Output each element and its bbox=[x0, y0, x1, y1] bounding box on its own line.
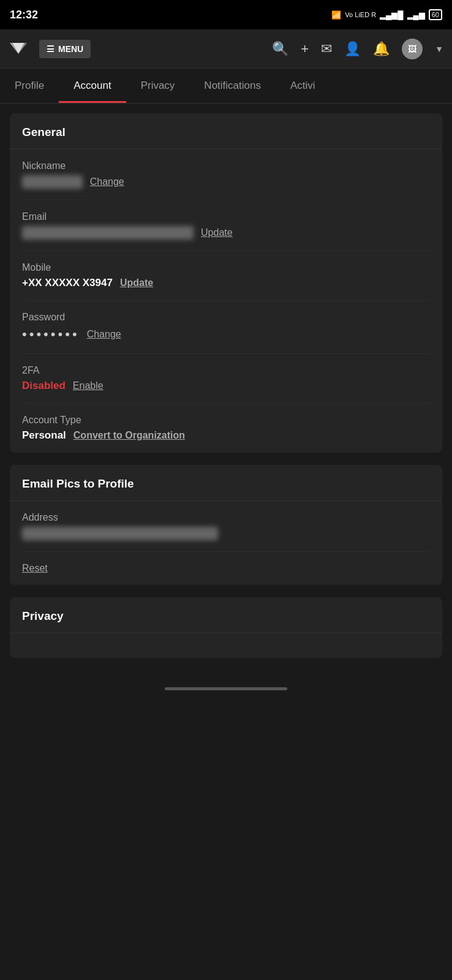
nickname-change-link[interactable]: Change bbox=[90, 176, 124, 187]
bell-icon[interactable]: 🔔 bbox=[373, 41, 390, 57]
email-pics-reset-field: Reset bbox=[22, 552, 430, 585]
mail-icon[interactable]: ✉ bbox=[321, 41, 332, 57]
general-section-header: General bbox=[10, 113, 442, 149]
password-field: Password •••••••• Change bbox=[22, 301, 430, 354]
convert-to-org-link[interactable]: Convert to Organization bbox=[73, 430, 185, 441]
email-update-link[interactable]: Update bbox=[201, 227, 233, 238]
email-label: Email bbox=[22, 211, 430, 222]
email-pics-address-blurred: ████████████████████████████████ bbox=[22, 527, 218, 540]
general-section: General Nickname ████████ Change Email █… bbox=[10, 113, 442, 453]
mobile-value: +XX XXXXX X3947 Update bbox=[22, 277, 430, 289]
email-pics-body: Address ████████████████████████████████… bbox=[10, 501, 442, 585]
email-value: ████████████████████████ Update bbox=[22, 226, 430, 239]
plus-icon[interactable]: + bbox=[301, 41, 309, 57]
hamburger-icon: ☰ bbox=[47, 44, 55, 54]
account-type-value: Personal Convert to Organization bbox=[22, 429, 430, 442]
main-content: General Nickname ████████ Change Email █… bbox=[0, 104, 452, 680]
nav-icons: 🔍 + ✉ 👤 🔔 🖼 ▼ bbox=[272, 39, 443, 59]
account-type-label: Account Type bbox=[22, 415, 430, 426]
tabs-container: Profile Account Privacy Notifications Ac… bbox=[0, 69, 452, 104]
email-pics-address-value: ████████████████████████████████ bbox=[22, 527, 430, 540]
wifi-icon: 📶 bbox=[331, 10, 341, 20]
tab-account[interactable]: Account bbox=[59, 69, 126, 103]
mobile-update-link[interactable]: Update bbox=[120, 277, 153, 288]
twofa-label: 2FA bbox=[22, 365, 430, 376]
twofa-status: Disabled bbox=[22, 380, 66, 392]
tab-activity[interactable]: Activi bbox=[276, 69, 330, 103]
home-indicator bbox=[0, 680, 452, 695]
chevron-down-icon[interactable]: ▼ bbox=[435, 44, 443, 54]
search-icon[interactable]: 🔍 bbox=[272, 41, 288, 57]
account-type-field: Account Type Personal Convert to Organiz… bbox=[22, 404, 430, 453]
email-pics-reset-link[interactable]: Reset bbox=[22, 563, 48, 574]
mobile-field: Mobile +XX XXXXX X3947 Update bbox=[22, 251, 430, 301]
avatar-image: 🖼 bbox=[408, 44, 416, 54]
nickname-label: Nickname bbox=[22, 160, 430, 172]
top-nav: ☰ MENU 🔍 + ✉ 👤 🔔 🖼 ▼ bbox=[0, 29, 452, 69]
nickname-blurred: ████████ bbox=[22, 175, 83, 189]
menu-label: MENU bbox=[58, 44, 83, 54]
signal-bars-icon: ▂▄▆█ bbox=[380, 10, 403, 20]
twofa-enable-link[interactable]: Enable bbox=[73, 380, 104, 391]
home-bar bbox=[165, 687, 287, 690]
nickname-field: Nickname ████████ Change bbox=[22, 149, 430, 200]
signal-text: Vo LiED R bbox=[345, 11, 376, 18]
general-section-body: Nickname ████████ Change Email █████████… bbox=[10, 149, 442, 453]
mobile-label: Mobile bbox=[22, 262, 430, 273]
menu-button[interactable]: ☰ MENU bbox=[39, 40, 91, 58]
email-pics-section: Email Pics to Profile Address ██████████… bbox=[10, 465, 442, 585]
password-label: Password bbox=[22, 312, 430, 323]
mobile-number: +XX XXXXX X3947 bbox=[22, 277, 113, 289]
twofa-value: Disabled Enable bbox=[22, 380, 430, 392]
avatar[interactable]: 🖼 bbox=[402, 39, 423, 59]
status-time: 12:32 bbox=[10, 9, 38, 21]
status-bar: 12:32 📶 Vo LiED R ▂▄▆█ ▂▄▆ 60 bbox=[0, 0, 452, 29]
email-pics-reset-value: Reset bbox=[22, 563, 430, 574]
email-pics-header: Email Pics to Profile bbox=[10, 465, 442, 501]
gitlab-logo bbox=[9, 37, 28, 61]
password-change-link[interactable]: Change bbox=[87, 329, 121, 340]
email-pics-address-field: Address ████████████████████████████████ bbox=[22, 501, 430, 552]
email-blurred: ████████████████████████ bbox=[22, 226, 194, 239]
privacy-section-header: Privacy bbox=[10, 597, 442, 633]
tab-notifications[interactable]: Notifications bbox=[189, 69, 276, 103]
password-dots: •••••••• bbox=[22, 326, 80, 342]
battery-icon: 60 bbox=[429, 9, 442, 20]
status-icons: 📶 Vo LiED R ▂▄▆█ ▂▄▆ 60 bbox=[331, 9, 442, 20]
account-type-personal: Personal bbox=[22, 429, 66, 442]
privacy-section: Privacy bbox=[10, 597, 442, 658]
nickname-value: ████████ Change bbox=[22, 175, 430, 189]
privacy-body bbox=[10, 633, 442, 658]
email-pics-address-label: Address bbox=[22, 512, 430, 523]
tab-privacy[interactable]: Privacy bbox=[126, 69, 190, 103]
tab-profile[interactable]: Profile bbox=[0, 69, 59, 103]
email-field: Email ████████████████████████ Update bbox=[22, 200, 430, 251]
password-value: •••••••• Change bbox=[22, 326, 430, 342]
twofa-field: 2FA Disabled Enable bbox=[22, 354, 430, 404]
user-icon[interactable]: 👤 bbox=[344, 41, 361, 57]
signal-bars2-icon: ▂▄▆ bbox=[407, 10, 425, 20]
